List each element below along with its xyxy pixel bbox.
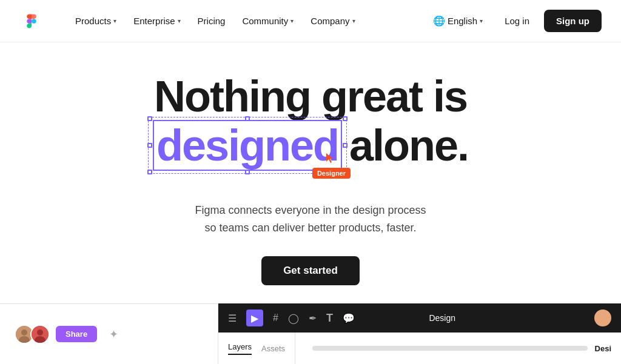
handle-tl: [147, 116, 152, 121]
chevron-down-icon: ▾: [290, 18, 294, 24]
handle-ml: [147, 143, 152, 148]
layers-panel: Layers Assets: [218, 333, 295, 364]
avatar-2: [30, 325, 50, 344]
figma-logo[interactable]: [19, 9, 68, 33]
cursor-icon: [326, 153, 336, 164]
language-selector[interactable]: 🌐 English ▾: [426, 10, 490, 31]
chevron-down-icon: ▾: [352, 18, 355, 24]
mockup-left-panel: Share ✦: [0, 303, 218, 364]
nav-item-products[interactable]: Products ▾: [68, 11, 124, 31]
nav-item-company[interactable]: Company ▾: [303, 11, 362, 31]
hero-subtitle-line1: Figma connects everyone in the design pr…: [195, 202, 426, 237]
chevron-down-icon: ▾: [178, 18, 181, 24]
hero-alone-word: alone.: [349, 121, 468, 170]
cursor-area: Designer: [312, 153, 351, 179]
nav-links: Products ▾ Enterprise ▾ Pricing Communit…: [68, 11, 426, 31]
frame-tool-icon[interactable]: #: [273, 313, 278, 323]
share-button[interactable]: Share: [56, 326, 97, 342]
mockup-right-panel: ☰ ▶ # ◯ ✒ T 💬 Design Layers Assets Desi: [218, 303, 621, 364]
hero-headline-line1: Nothing great is: [154, 73, 467, 121]
design-tab-label: Design: [429, 313, 455, 323]
mockup-bottom-bar: Layers Assets Desi: [218, 333, 621, 364]
design-panel: Desi: [295, 333, 621, 364]
ui-mockup: Share ✦ ☰ ▶ # ◯ ✒ T 💬 Design Layers Asse…: [0, 303, 621, 364]
signup-button[interactable]: Sign up: [544, 10, 602, 32]
nav-right: 🌐 English ▾ Log in Sign up: [426, 10, 602, 32]
navbar: Products ▾ Enterprise ▾ Pricing Communit…: [0, 0, 621, 42]
get-started-button[interactable]: Get started: [261, 256, 360, 285]
designed-word-wrap: designed Designer: [153, 121, 342, 170]
nav-item-community[interactable]: Community ▾: [235, 11, 301, 31]
pen-tool-icon[interactable]: ✒: [309, 313, 317, 324]
comment-tool-icon[interactable]: 💬: [343, 313, 355, 324]
hero-section: Nothing great is designed Designer: [0, 42, 621, 285]
hamburger-icon[interactable]: ☰: [228, 313, 237, 324]
mockup-toolbar: ☰ ▶ # ◯ ✒ T 💬 Design: [218, 303, 621, 333]
design-slider: [312, 346, 587, 351]
avatar-image-2: [32, 326, 49, 343]
designer-badge: Designer: [312, 168, 351, 179]
handle-mr: [343, 143, 347, 148]
handle-bm: [245, 170, 250, 174]
handle-tr: [343, 116, 347, 121]
desi-label: Desi: [595, 344, 611, 353]
handle-bl: [147, 170, 152, 174]
ellipse-tool-icon[interactable]: ◯: [288, 313, 299, 324]
chevron-down-icon: ▾: [480, 18, 483, 24]
hero-headline-line2: designed Designer alone.: [153, 121, 468, 170]
chevron-down-icon: ▾: [113, 18, 116, 24]
avatar-group: [15, 325, 46, 344]
toolbar-avatar: [594, 309, 611, 326]
login-button[interactable]: Log in: [495, 11, 539, 31]
handle-tm: [245, 116, 250, 121]
nav-item-pricing[interactable]: Pricing: [190, 11, 233, 31]
nav-item-enterprise[interactable]: Enterprise ▾: [126, 11, 187, 31]
svg-point-1: [21, 329, 27, 336]
hero-subtitle: Figma connects everyone in the design pr…: [195, 187, 426, 256]
assets-tab[interactable]: Assets: [261, 344, 285, 353]
globe-icon: 🌐: [433, 15, 445, 27]
layers-tab[interactable]: Layers: [228, 342, 252, 355]
select-tool-icon[interactable]: ▶: [246, 309, 263, 326]
svg-point-4: [37, 329, 43, 336]
star-icon[interactable]: ✦: [109, 328, 118, 341]
text-tool-icon[interactable]: T: [326, 312, 333, 325]
